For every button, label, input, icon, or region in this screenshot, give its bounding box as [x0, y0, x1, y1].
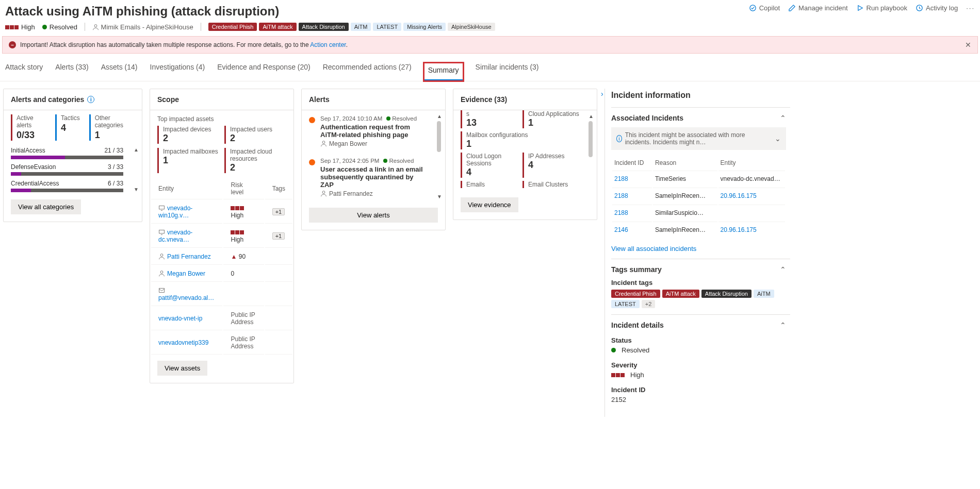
info-icon: i — [616, 135, 622, 142]
svg-point-0 — [750, 5, 756, 11]
chevron-up-icon: ⌃ — [780, 265, 786, 274]
evidence-title: Evidence (33) — [453, 89, 597, 110]
tab-assets[interactable]: Assets (14) — [101, 63, 138, 81]
view-categories-button[interactable]: View all categories — [11, 199, 81, 214]
run-playbook-button[interactable]: Run playbook — [856, 4, 908, 12]
asset-row[interactable]: vnevado-dc.vneva… High+1 — [151, 225, 292, 248]
scroll-down-icon[interactable]: ▼ — [437, 194, 443, 199]
svg-rect-7 — [159, 288, 165, 292]
incident-tabs: Attack story Alerts (33) Assets (14) Inv… — [0, 54, 980, 81]
associated-incidents-header[interactable]: Associated Incidents⌃ — [611, 114, 786, 122]
tab-similar[interactable]: Similar incidents (3) — [476, 63, 539, 81]
activity-log-button[interactable]: Activity log — [916, 4, 958, 12]
chevron-up-icon: ⌃ — [780, 114, 786, 122]
close-icon[interactable]: ✕ — [965, 41, 971, 49]
view-alerts-button[interactable]: View alerts — [309, 208, 438, 223]
category-row: DefenseEvasion3 / 33 — [4, 161, 130, 178]
asset-row[interactable]: Megan Bower0 — [151, 266, 292, 282]
alert-item[interactable]: Sep 17, 2024 2:05 PMResolved User access… — [302, 153, 435, 203]
tab-alerts[interactable]: Alerts (33) — [55, 63, 89, 81]
info-icon[interactable]: i — [87, 96, 94, 103]
warning-icon: – — [9, 41, 16, 48]
incident-info-title: Incident information — [611, 89, 790, 107]
assoc-row[interactable]: 2188SameIpInRecen…20.96.16.175 — [612, 188, 785, 204]
asset-row[interactable]: pattif@vnevado.al… — [151, 283, 292, 306]
chevron-down-icon[interactable]: ⌄ — [775, 134, 781, 143]
copilot-button[interactable]: Copilot — [749, 4, 780, 12]
alert-status-icon — [309, 159, 315, 165]
svg-point-9 — [322, 191, 325, 194]
tab-evidence-response[interactable]: Evidence and Response (20) — [217, 63, 311, 81]
alerts-panel-title: Alerts — [302, 89, 445, 110]
tags-summary-header[interactable]: Tags summary⌃ — [611, 265, 786, 274]
assoc-row[interactable]: 2188TimeSeriesvnevado-dc.vnevado.alpines… — [612, 171, 785, 187]
scrollbar-thumb[interactable] — [437, 121, 441, 152]
category-row: InitialAccess21 / 33 — [4, 145, 130, 161]
alert-status-icon — [309, 117, 315, 123]
view-evidence-button[interactable]: View evidence — [461, 197, 518, 212]
scroll-up-icon[interactable]: ▲ — [589, 113, 595, 119]
scroll-up-icon[interactable]: ▲ — [134, 147, 139, 153]
incident-details-header[interactable]: Incident details⌃ — [611, 321, 786, 329]
alert-item[interactable]: Sep 17, 2024 10:10 AMResolved Authentica… — [302, 110, 435, 153]
scope-title: Scope — [150, 89, 293, 110]
tab-attack-story[interactable]: Attack story — [5, 63, 43, 81]
svg-rect-3 — [159, 206, 165, 209]
scrollbar-thumb[interactable] — [589, 121, 593, 157]
alerts-categories-title: Alerts and categories i — [4, 89, 142, 110]
svg-rect-4 — [159, 230, 165, 233]
tab-summary[interactable]: Summary — [424, 63, 463, 81]
status-indicator: Resolved — [42, 23, 77, 31]
action-center-link[interactable]: Action center — [310, 41, 346, 48]
disruption-banner: – Important! Attack disruption has autom… — [2, 36, 978, 54]
svg-point-2 — [94, 24, 97, 27]
view-assoc-link[interactable]: View all associated incidents — [611, 245, 696, 252]
scroll-up-icon[interactable]: ▲ — [437, 113, 443, 119]
asset-row[interactable]: vnevado-vnet-ipPublic IP Address — [151, 307, 292, 330]
page-title: Attack using AiTM phishing (attack disru… — [5, 4, 279, 19]
svg-point-5 — [160, 254, 163, 257]
severity-indicator: High — [5, 23, 35, 31]
more-menu-icon[interactable]: ··· — [966, 4, 975, 12]
tab-recommended[interactable]: Recommended actions (27) — [323, 63, 412, 81]
tab-investigations[interactable]: Investigations (4) — [150, 63, 205, 81]
incident-tags: Credential Phish AiTM attack Attack Disr… — [208, 23, 495, 31]
svg-point-8 — [322, 141, 325, 144]
category-row: CredentialAccess6 / 33 — [4, 178, 130, 194]
assoc-info-banner: i This incident might be associated with… — [611, 127, 786, 150]
view-assets-button[interactable]: View assets — [157, 361, 207, 376]
incident-owner: Mimik Emails - AlpineSkiHouse — [92, 23, 193, 31]
asset-row[interactable]: vnevado-win10g.v… High+1 — [151, 200, 292, 224]
assoc-row[interactable]: 2188SimilarSuspicio… — [612, 205, 785, 221]
asset-row[interactable]: Patti Fernandez▲ 90 — [151, 249, 292, 265]
scroll-down-icon[interactable]: ▼ — [134, 187, 139, 192]
manage-incident-button[interactable]: Manage incident — [788, 4, 847, 12]
chevron-up-icon: ⌃ — [780, 321, 786, 329]
svg-point-6 — [160, 271, 163, 274]
assoc-row[interactable]: 2146SameIpInRecen…20.96.16.175 — [612, 222, 785, 238]
asset-row[interactable]: vnevadovnetip339Public IP Address — [151, 331, 292, 355]
chevron-right-icon[interactable]: › — [601, 90, 603, 98]
